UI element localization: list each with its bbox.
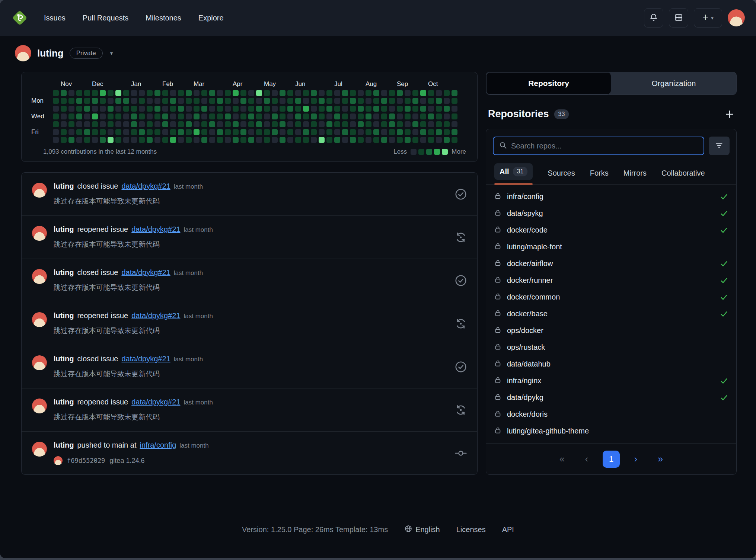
heatmap-day-cell[interactable] xyxy=(92,90,98,96)
heatmap-day-cell[interactable] xyxy=(225,106,231,112)
heatmap-day-cell[interactable] xyxy=(100,121,106,127)
feed-target-link[interactable]: data/dpykg#21 xyxy=(122,268,170,277)
heatmap-day-cell[interactable] xyxy=(178,129,184,135)
heatmap-day-cell[interactable] xyxy=(272,90,278,96)
feed-target-link[interactable]: infra/config xyxy=(140,441,176,449)
heatmap-day-cell[interactable] xyxy=(100,106,106,112)
heatmap-day-cell[interactable] xyxy=(147,129,153,135)
repo-name-link[interactable]: ops/rustack xyxy=(507,343,545,352)
heatmap-day-cell[interactable] xyxy=(381,137,387,143)
heatmap-day-cell[interactable] xyxy=(303,90,309,96)
heatmap-day-cell[interactable] xyxy=(295,121,301,127)
heatmap-day-cell[interactable] xyxy=(280,121,286,127)
heatmap-day-cell[interactable] xyxy=(373,106,379,112)
heatmap-day-cell[interactable] xyxy=(428,121,434,127)
nav-link-issues[interactable]: Issues xyxy=(44,14,66,22)
heatmap-day-cell[interactable] xyxy=(256,113,262,119)
heatmap-day-cell[interactable] xyxy=(319,106,325,112)
heatmap-day-cell[interactable] xyxy=(264,106,270,112)
heatmap-day-cell[interactable] xyxy=(256,129,262,135)
heatmap-day-cell[interactable] xyxy=(61,129,67,135)
pagination-first-button[interactable]: « xyxy=(554,451,571,468)
heatmap-day-cell[interactable] xyxy=(280,98,286,104)
heatmap-day-cell[interactable] xyxy=(61,121,67,127)
heatmap-day-cell[interactable] xyxy=(452,113,457,119)
heatmap-day-cell[interactable] xyxy=(381,90,387,96)
heatmap-day-cell[interactable] xyxy=(319,137,325,143)
heatmap-day-cell[interactable] xyxy=(366,90,371,96)
heatmap-day-cell[interactable] xyxy=(272,121,278,127)
gitea-logo-icon[interactable] xyxy=(11,9,28,26)
heatmap-day-cell[interactable] xyxy=(108,106,114,112)
heatmap-day-cell[interactable] xyxy=(178,113,184,119)
heatmap-day-cell[interactable] xyxy=(217,121,223,127)
heatmap-day-cell[interactable] xyxy=(53,90,59,96)
heatmap-day-cell[interactable] xyxy=(139,106,145,112)
heatmap-day-cell[interactable] xyxy=(412,113,418,119)
heatmap-day-cell[interactable] xyxy=(76,137,82,143)
heatmap-day-cell[interactable] xyxy=(61,113,67,119)
heatmap-day-cell[interactable] xyxy=(68,90,74,96)
heatmap-day-cell[interactable] xyxy=(248,121,254,127)
heatmap-day-cell[interactable] xyxy=(295,113,301,119)
feed-username-link[interactable]: luting xyxy=(54,182,74,191)
heatmap-day-cell[interactable] xyxy=(342,113,348,119)
heatmap-day-cell[interactable] xyxy=(201,129,207,135)
heatmap-day-cell[interactable] xyxy=(108,129,114,135)
heatmap-day-cell[interactable] xyxy=(280,90,286,96)
heatmap-day-cell[interactable] xyxy=(452,137,457,143)
heatmap-day-cell[interactable] xyxy=(444,106,450,112)
heatmap-day-cell[interactable] xyxy=(240,113,246,119)
heatmap-day-cell[interactable] xyxy=(326,129,332,135)
heatmap-day-cell[interactable] xyxy=(272,137,278,143)
heatmap-day-cell[interactable] xyxy=(147,137,153,143)
heatmap-day-cell[interactable] xyxy=(123,121,129,127)
heatmap-day-cell[interactable] xyxy=(428,113,434,119)
add-repository-button[interactable] xyxy=(725,109,734,119)
feed-username-link[interactable]: luting xyxy=(54,441,74,449)
heatmap-day-cell[interactable] xyxy=(272,98,278,104)
heatmap-day-cell[interactable] xyxy=(412,98,418,104)
heatmap-day-cell[interactable] xyxy=(100,90,106,96)
heatmap-day-cell[interactable] xyxy=(162,129,168,135)
repo-tab-all[interactable]: All 31 xyxy=(494,163,533,184)
heatmap-day-cell[interactable] xyxy=(319,121,325,127)
heatmap-day-cell[interactable] xyxy=(225,129,231,135)
heatmap-day-cell[interactable] xyxy=(217,137,223,143)
heatmap-day-cell[interactable] xyxy=(194,90,200,96)
heatmap-day-cell[interactable] xyxy=(350,98,356,104)
heatmap-day-cell[interactable] xyxy=(170,121,176,127)
heatmap-day-cell[interactable] xyxy=(131,129,137,135)
heatmap-day-cell[interactable] xyxy=(194,98,200,104)
heatmap-day-cell[interactable] xyxy=(68,106,74,112)
heatmap-day-cell[interactable] xyxy=(115,98,121,104)
repo-list-item[interactable]: luting/gitea-github-theme xyxy=(486,423,736,439)
heatmap-day-cell[interactable] xyxy=(92,121,98,127)
heatmap-day-cell[interactable] xyxy=(209,98,215,104)
heatmap-day-cell[interactable] xyxy=(444,121,450,127)
heatmap-day-cell[interactable] xyxy=(147,98,153,104)
heatmap-day-cell[interactable] xyxy=(209,137,215,143)
heatmap-day-cell[interactable] xyxy=(92,98,98,104)
heatmap-day-cell[interactable] xyxy=(162,113,168,119)
feed-avatar[interactable] xyxy=(32,269,47,284)
heatmap-day-cell[interactable] xyxy=(162,106,168,112)
heatmap-day-cell[interactable] xyxy=(233,137,239,143)
heatmap-day-cell[interactable] xyxy=(295,129,301,135)
heatmap-day-cell[interactable] xyxy=(139,98,145,104)
heatmap-day-cell[interactable] xyxy=(147,106,153,112)
heatmap-day-cell[interactable] xyxy=(131,98,137,104)
repo-name-link[interactable]: docker/runner xyxy=(507,276,553,285)
heatmap-day-cell[interactable] xyxy=(178,90,184,96)
heatmap-day-cell[interactable] xyxy=(444,113,450,119)
heatmap-day-cell[interactable] xyxy=(303,137,309,143)
heatmap-day-cell[interactable] xyxy=(194,113,200,119)
notifications-button[interactable] xyxy=(644,8,663,28)
feed-avatar[interactable] xyxy=(32,183,47,198)
repo-name-link[interactable]: data/dpykg xyxy=(507,393,543,402)
heatmap-day-cell[interactable] xyxy=(389,113,395,119)
heatmap-day-cell[interactable] xyxy=(264,113,270,119)
heatmap-day-cell[interactable] xyxy=(373,90,379,96)
feed-avatar[interactable] xyxy=(32,312,47,327)
heatmap-day-cell[interactable] xyxy=(68,137,74,143)
